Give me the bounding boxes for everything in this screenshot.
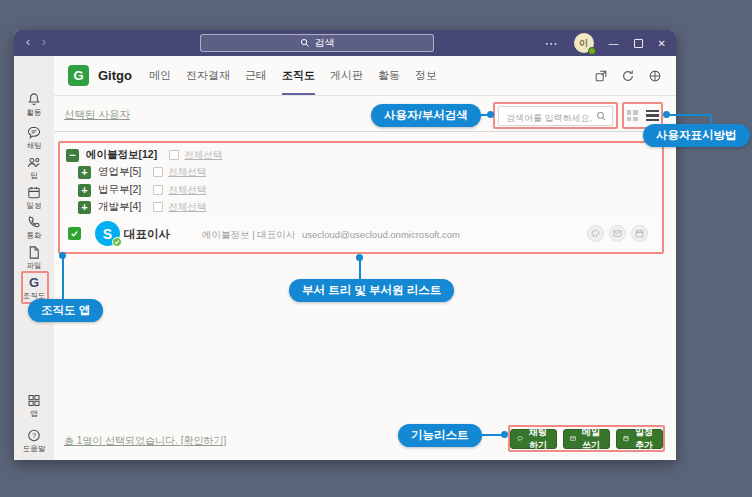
select-all-checkbox[interactable] bbox=[153, 202, 163, 212]
chat-action-icon[interactable] bbox=[587, 225, 604, 242]
callout-dot bbox=[487, 111, 494, 118]
rail-label: 도움말 bbox=[14, 444, 54, 454]
calendar-icon bbox=[623, 434, 629, 443]
sidebar-item-apps[interactable]: 앱 bbox=[14, 393, 54, 419]
maximize-button[interactable] bbox=[634, 39, 643, 48]
collapse-icon[interactable]: − bbox=[66, 149, 79, 162]
sidebar-item-calendar[interactable]: 일정 bbox=[14, 185, 54, 211]
confirm-link[interactable]: [확인하기] bbox=[181, 435, 227, 446]
chat-icon bbox=[26, 125, 42, 140]
selection-status-text: 총 1명이 선택되었습니다. bbox=[64, 435, 178, 446]
check-icon bbox=[114, 239, 120, 245]
callout-connector bbox=[62, 257, 64, 300]
select-all-label[interactable]: 전체선택 bbox=[168, 166, 206, 179]
callout-function-list: 기능리스트 bbox=[398, 424, 482, 447]
expand-icon[interactable]: + bbox=[78, 201, 91, 214]
app-header-icons bbox=[594, 69, 676, 83]
search-icon bbox=[596, 111, 607, 122]
tab-orgchart[interactable]: 조직도 bbox=[282, 68, 315, 83]
tree-dept-name[interactable]: 법무부[2] bbox=[98, 183, 141, 197]
avatar-initial: 이 bbox=[579, 37, 588, 50]
select-all-label[interactable]: 전체선택 bbox=[168, 184, 206, 197]
org-tree-panel: − 에이블정보[12] 전체선택 + 영업부[5] 전체선택 + 법무부[2] … bbox=[58, 141, 664, 254]
gitgo-badge: G bbox=[68, 65, 89, 86]
write-mail-button[interactable]: 메일쓰기 bbox=[563, 429, 610, 449]
skype-avatar: S bbox=[95, 221, 120, 246]
check-icon bbox=[70, 229, 79, 238]
svg-text:?: ? bbox=[32, 431, 36, 440]
rail-label: 활동 bbox=[14, 108, 54, 118]
callout-user-dept-search: 사용자/부서검색 bbox=[371, 104, 481, 127]
select-all-label[interactable]: 전체선택 bbox=[168, 201, 206, 214]
tree-dept-row: + 개발부[4] 전체선택 bbox=[78, 200, 206, 214]
tree-root-name[interactable]: 에이블정보[12] bbox=[86, 148, 157, 162]
tab-main[interactable]: 메인 bbox=[149, 68, 171, 83]
sidebar-item-calls[interactable]: 통화 bbox=[14, 215, 54, 241]
add-schedule-button[interactable]: 일정추가 bbox=[616, 429, 663, 449]
function-buttons-box: 채팅하기 메일쓰기 일정추가 bbox=[508, 425, 665, 452]
member-name: 대표이사 bbox=[124, 227, 170, 242]
titlebar: ‹ › 검색 ⋯ 이 — ✕ bbox=[14, 30, 676, 56]
sidebar-item-help[interactable]: ? 도움말 bbox=[14, 428, 54, 454]
sidebar-item-teams[interactable]: 팀 bbox=[14, 155, 54, 181]
tab-info[interactable]: 정보 bbox=[415, 68, 437, 83]
tab-board[interactable]: 게시판 bbox=[330, 68, 363, 83]
forward-icon[interactable]: › bbox=[42, 35, 46, 49]
selection-status-link[interactable]: 총 1명이 선택되었습니다. [확인하기] bbox=[64, 434, 226, 448]
callout-dot bbox=[356, 254, 363, 261]
select-all-label[interactable]: 전체선택 bbox=[184, 149, 222, 162]
list-view-icon[interactable] bbox=[646, 110, 659, 121]
select-all-checkbox[interactable] bbox=[153, 167, 163, 177]
rail-label: 파일 bbox=[14, 261, 54, 271]
start-chat-button[interactable]: 채팅하기 bbox=[510, 429, 557, 449]
tab-approval[interactable]: 전자결재 bbox=[186, 68, 230, 83]
sidebar-item-activity[interactable]: 활동 bbox=[14, 92, 54, 118]
selected-users-link[interactable]: 선택된 사용자 bbox=[64, 108, 130, 122]
select-all-checkbox[interactable] bbox=[153, 185, 163, 195]
rail-label: 일정 bbox=[14, 201, 54, 211]
button-label: 메일쓰기 bbox=[579, 426, 603, 452]
tab-activity[interactable]: 활동 bbox=[378, 68, 400, 83]
mail-action-icon[interactable] bbox=[609, 225, 626, 242]
refresh-icon[interactable] bbox=[621, 69, 635, 83]
mail-icon bbox=[570, 434, 576, 443]
search-icon bbox=[300, 38, 310, 48]
more-options-icon[interactable]: ⋯ bbox=[545, 36, 559, 51]
search-highlight-box bbox=[493, 102, 618, 129]
teams-window: ‹ › 검색 ⋯ 이 — ✕ 활동 채팅 팀 bbox=[14, 30, 676, 460]
sidebar-item-chat[interactable]: 채팅 bbox=[14, 125, 54, 151]
member-checkbox[interactable] bbox=[68, 227, 81, 240]
teams-icon bbox=[26, 155, 42, 170]
rail-label: 팀 bbox=[14, 171, 54, 181]
calendar-icon bbox=[26, 185, 42, 200]
calendar-action-icon[interactable] bbox=[631, 225, 648, 242]
grid-view-icon[interactable] bbox=[627, 110, 638, 121]
expand-icon[interactable]: + bbox=[78, 184, 91, 197]
tree-root-row: − 에이블정보[12] 전체선택 bbox=[66, 148, 222, 162]
member-detail: 에이블정보 | 대표이사 bbox=[202, 229, 295, 242]
expand-icon[interactable]: + bbox=[78, 166, 91, 179]
popout-icon[interactable] bbox=[594, 69, 608, 83]
apps-grid-icon bbox=[26, 393, 42, 408]
phone-icon bbox=[26, 215, 42, 230]
member-row[interactable]: S 대표이사 에이블정보 | 대표이사 usecloud@usecloud.on… bbox=[60, 218, 662, 252]
avatar[interactable]: 이 bbox=[574, 33, 594, 53]
member-email: usecloud@usecloud.onmicrosoft.com bbox=[302, 229, 460, 240]
select-all-checkbox[interactable] bbox=[169, 150, 179, 160]
tree-dept-name[interactable]: 영업부[5] bbox=[98, 165, 141, 179]
file-icon bbox=[26, 245, 42, 260]
tree-dept-name[interactable]: 개발부[4] bbox=[98, 200, 141, 214]
titlebar-controls: ⋯ 이 — ✕ bbox=[545, 30, 666, 56]
globe-icon[interactable] bbox=[648, 69, 662, 83]
sidebar-item-files[interactable]: 파일 bbox=[14, 245, 54, 271]
minimize-button[interactable]: — bbox=[609, 38, 619, 49]
callout-orgchart-app: 조직도 앱 bbox=[28, 299, 103, 322]
close-button[interactable]: ✕ bbox=[658, 38, 666, 49]
global-search-box[interactable]: 검색 bbox=[200, 34, 434, 52]
rail-label: 채팅 bbox=[14, 141, 54, 151]
screenshot-stage: { "titlebar": { "back_icon": "‹", "forwa… bbox=[0, 0, 752, 497]
presence-dot bbox=[588, 47, 596, 55]
gitgo-app-header: G Gitgo 메인 전자결재 근태 조직도 게시판 활동 정보 bbox=[54, 56, 676, 96]
tab-attendance[interactable]: 근태 bbox=[245, 68, 267, 83]
back-icon[interactable]: ‹ bbox=[26, 35, 30, 49]
